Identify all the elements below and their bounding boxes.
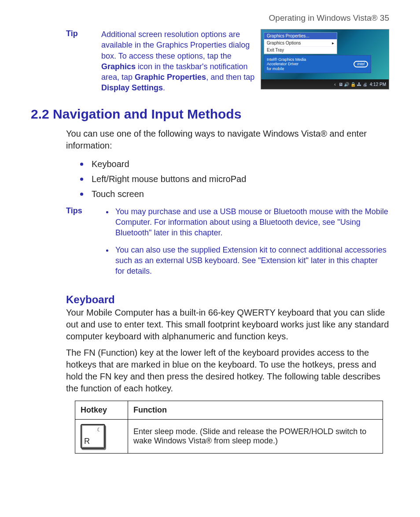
submenu-arrow-icon: ▸	[332, 41, 334, 45]
keyboard-p2: The FN (Function) key at the lower left …	[66, 347, 389, 394]
menu-item-exit-tray[interactable]: Exit Tray	[264, 47, 337, 54]
table-row: ☾ R Enter sleep mode. (Slide and release…	[75, 419, 383, 453]
tips-item: You may purchase and use a USB mouse or …	[114, 206, 389, 238]
tip-text: , and then tap	[206, 73, 254, 82]
menu-item-label: Graphics Options	[267, 41, 301, 45]
list-item: Keyboard	[89, 156, 389, 171]
section-intro: You can use one of the following ways to…	[66, 128, 389, 152]
tip-bold-graphic-properties: Graphic Properties	[135, 73, 206, 82]
table-header-row: Hotkey Function	[75, 401, 383, 419]
tip-bold-display-settings: Display Settings	[101, 83, 163, 92]
keyboard-p1: Your Mobile Computer has a built-in 66-k…	[66, 307, 389, 342]
tray-icons[interactable]: 🖥 🔊 🔒 🖧 🖨	[339, 82, 367, 87]
intel-line2: Accelerator Driver	[267, 62, 306, 66]
intel-tooltip: Intel® Graphics Media Accelerator Driver…	[264, 55, 371, 73]
section-heading: 2.2 Navigation and Input Methods	[31, 107, 389, 122]
tip-block: Tip Additional screen resolution options…	[66, 29, 389, 93]
menu-item-graphics-options[interactable]: Graphics Options ▸	[264, 40, 337, 47]
col-hotkey: Hotkey	[75, 401, 128, 419]
tray-clock: 4:12 PM	[370, 82, 386, 87]
intel-line3: for mobile	[267, 67, 306, 71]
tip-bold-graphics: Graphics	[101, 62, 136, 71]
tips-block: Tips You may purchase and use a USB mous…	[66, 206, 389, 283]
tips-label: Tips	[66, 206, 101, 283]
list-item: Left/Right mouse buttons and microPad	[89, 171, 389, 186]
taskbar: ‹ 🖥 🔊 🔒 🖧 🖨 4:12 PM	[261, 79, 389, 89]
tip-text: .	[163, 83, 165, 92]
tip-body: Additional screen resolution options are…	[101, 29, 261, 93]
keycap-sub-moon-icon: ☾	[97, 427, 102, 433]
tips-item: You can also use the supplied Extension …	[114, 245, 389, 277]
function-cell: Enter sleep mode. (Slide and release the…	[128, 419, 383, 453]
keyboard-heading: Keyboard	[66, 294, 389, 306]
tip-label: Tip	[66, 29, 101, 38]
tip-text: Additional screen resolution options are…	[101, 30, 250, 60]
menu-item-graphics-properties[interactable]: Graphics Properties...	[264, 33, 337, 40]
intel-line1: Intel® Graphics Media	[267, 57, 306, 62]
hotkey-cell: ☾ R	[75, 419, 128, 453]
tray-caret-icon[interactable]: ‹	[334, 82, 335, 87]
tips-list: You may purchase and use a USB mouse or …	[101, 206, 389, 283]
list-item: Touch screen	[89, 186, 389, 201]
keycap-r-icon: ☾ R	[81, 424, 105, 449]
running-head: Operating in Windows Vista® 35	[31, 13, 389, 23]
nav-methods-list: Keyboard Left/Right mouse buttons and mi…	[66, 156, 389, 201]
col-function: Function	[128, 401, 383, 419]
screenshot-vista-tray: Graphics Properties... Graphics Options …	[261, 29, 389, 89]
hotkey-table: Hotkey Function ☾ R Enter sleep mode. (S…	[75, 401, 383, 454]
keycap-main: R	[84, 437, 90, 446]
context-menu: Graphics Properties... Graphics Options …	[264, 32, 337, 54]
intel-logo-icon: intel	[354, 61, 368, 67]
